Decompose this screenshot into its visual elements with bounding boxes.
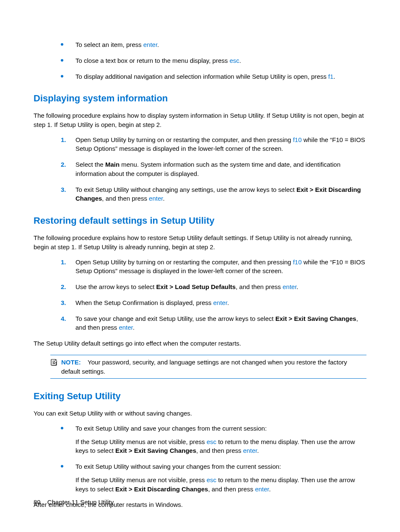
numbered-steps-display: Open Setup Utility by turning on or rest… xyxy=(61,135,366,204)
key-name: enter xyxy=(119,324,132,331)
key-name: esc xyxy=(207,438,216,445)
bold-text: Exit > Load Setup Defaults xyxy=(156,283,236,290)
text: If the Setup Utility menus are not visib… xyxy=(75,438,207,445)
step-item: When the Setup Confirmation is displayed… xyxy=(61,298,366,307)
text: , and then press xyxy=(236,283,283,290)
text: To close a text box or return to the men… xyxy=(75,57,229,64)
step-item: Use the arrow keys to select Exit > Load… xyxy=(61,282,366,292)
list-item: To close a text box or return to the men… xyxy=(61,56,366,65)
text: . xyxy=(157,41,159,48)
text: . xyxy=(163,195,164,202)
key-name: enter xyxy=(255,486,269,493)
key-name: enter xyxy=(213,299,227,306)
text: To select an item, press xyxy=(75,41,143,48)
text: When the Setup Confirmation is displayed… xyxy=(75,299,213,306)
paragraph: You can exit Setup Utility with or witho… xyxy=(34,409,366,418)
bullet-body: If the Setup Utility menus are not visib… xyxy=(75,437,366,456)
note-text: Your password, security, and language se… xyxy=(61,359,347,375)
key-name: enter xyxy=(143,41,157,48)
text: , and then press xyxy=(196,447,243,454)
intro-bullet-list: To select an item, press enter.To close … xyxy=(61,40,366,81)
list-item: To display additional navigation and sel… xyxy=(61,72,366,81)
text: . xyxy=(239,57,241,64)
bold-text: Exit > Exit Saving Changes xyxy=(115,447,196,454)
step-item: Open Setup Utility by turning on or rest… xyxy=(61,135,366,154)
text: If the Setup Utility menus are not visib… xyxy=(75,476,207,483)
key-name: esc xyxy=(229,57,239,64)
heading-exiting-setup-utility: Exiting Setup Utility xyxy=(34,390,366,403)
key-name: f10 xyxy=(293,136,302,143)
bullet-lead: To exit Setup Utility and save your chan… xyxy=(75,424,366,433)
exit-bullet-list: To exit Setup Utility and save your chan… xyxy=(61,424,366,494)
text: To exit Setup Utility without changing a… xyxy=(75,186,296,193)
list-item: To select an item, press enter. xyxy=(61,40,366,49)
text: To save your change and exit Setup Utili… xyxy=(75,315,275,322)
page-number: 80 xyxy=(34,498,41,506)
text: Open Setup Utility by turning on or rest… xyxy=(75,136,293,143)
text: To display additional navigation and sel… xyxy=(75,73,328,80)
bold-text: Exit > Exit Saving Changes xyxy=(275,315,356,322)
list-item: To exit Setup Utility without saving you… xyxy=(61,462,366,493)
key-name: enter xyxy=(243,447,257,454)
step-item: To exit Setup Utility without changing a… xyxy=(61,185,366,204)
bullet-lead: To exit Setup Utility without saving you… xyxy=(75,462,366,471)
note-body: NOTE: Your password, security, and langu… xyxy=(61,358,366,376)
page-footer: 80 Chapter 11 Setup Utility xyxy=(34,498,114,507)
text: Select the xyxy=(75,161,105,168)
text: . xyxy=(333,73,335,80)
key-name: f1 xyxy=(328,73,334,80)
note-box: NOTE: Your password, security, and langu… xyxy=(50,355,366,379)
key-name: enter xyxy=(283,283,296,290)
key-name: esc xyxy=(207,476,216,483)
list-item: To exit Setup Utility and save your chan… xyxy=(61,424,366,455)
heading-restoring-defaults: Restoring default settings in Setup Util… xyxy=(34,214,366,227)
step-item: Open Setup Utility by turning on or rest… xyxy=(61,258,366,276)
key-name: enter xyxy=(149,195,163,202)
bullet-body: If the Setup Utility menus are not visib… xyxy=(75,475,366,494)
step-item: To save your change and exit Setup Utili… xyxy=(61,314,366,333)
numbered-steps-restore: Open Setup Utility by turning on or rest… xyxy=(61,258,366,333)
chapter-label: Chapter 11 Setup Utility xyxy=(47,498,114,506)
text: . xyxy=(257,447,259,454)
step-item: Select the Main menu. System information… xyxy=(61,160,366,178)
note-icon xyxy=(50,359,58,369)
paragraph: The following procedure explains how to … xyxy=(34,233,366,252)
text: . xyxy=(296,283,298,290)
text: , and then press xyxy=(208,486,255,493)
bold-text: Main xyxy=(105,161,119,168)
heading-displaying-system-info: Displaying system information xyxy=(34,92,366,105)
text: Use the arrow keys to select xyxy=(75,283,156,290)
bold-text: Exit > Exit Discarding Changes xyxy=(115,486,208,493)
text: Open Setup Utility by turning on or rest… xyxy=(75,258,293,266)
text: . xyxy=(269,486,271,493)
paragraph: The Setup Utility default settings go in… xyxy=(34,339,366,348)
document-page: To select an item, press enter.To close … xyxy=(0,0,400,532)
text: . xyxy=(227,299,229,306)
text: , and then press xyxy=(102,195,149,202)
text: . xyxy=(133,324,135,331)
paragraph: The following procedure explains how to … xyxy=(34,111,366,129)
note-label: NOTE: xyxy=(61,359,81,366)
key-name: f10 xyxy=(293,258,302,266)
